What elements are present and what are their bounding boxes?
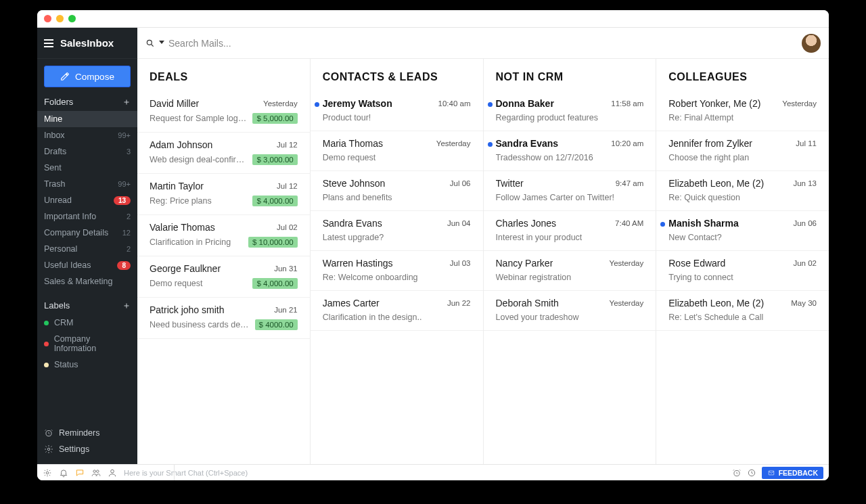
alarm-icon	[44, 428, 53, 438]
mail-list: Robert Yonker, Me (2)YesterdayRe: Final …	[656, 91, 829, 331]
mail-item[interactable]: Sandra EvansJun 04Latest upgrade?	[311, 211, 483, 251]
smart-chat-hint: Here is your Smart Chat (Ctrl+Space)	[124, 469, 248, 477]
mail-time: Jul 03	[450, 259, 471, 267]
mail-item[interactable]: James CarterJun 22Clarification in the d…	[311, 291, 483, 331]
mail-subject: Choose the right plan	[668, 153, 749, 162]
folder-drafts[interactable]: Drafts3	[37, 143, 137, 160]
mail-sender: Elizabeth Leon, Me (2)	[668, 298, 764, 308]
mail-item[interactable]: Manish SharmaJun 06New Contact?	[656, 211, 829, 251]
mail-item[interactable]: Adam JohnsonJul 12Web design deal-confir…	[137, 133, 310, 174]
mail-item[interactable]: Nancy ParkerYesterdayWebinar registratio…	[484, 251, 656, 291]
mail-item[interactable]: Donna Baker11:58 amRegarding product fea…	[484, 91, 656, 131]
mail-item[interactable]: Martin TaylorJul 12Reg: Price plans$ 4,0…	[137, 174, 310, 215]
mail-item[interactable]: Deborah SmithYesterdayLoved your tradesh…	[484, 291, 656, 331]
folder-sales-marketing[interactable]: Sales & Marketing	[37, 273, 137, 290]
svg-point-4	[93, 469, 96, 472]
mail-item[interactable]: Valarie ThomasJul 02Clarification in Pri…	[137, 215, 310, 256]
search-input[interactable]	[168, 38, 795, 49]
mail-time: Jul 02	[277, 223, 298, 231]
mail-item[interactable]: Rose EdwardJun 02Trying to connect	[656, 251, 829, 291]
feedback-button[interactable]: FEEDBACK	[762, 467, 823, 479]
mail-time: Jul 12	[277, 182, 298, 190]
label-status[interactable]: Status	[37, 357, 137, 373]
gear-icon[interactable]	[43, 468, 52, 478]
gear-icon	[44, 444, 53, 454]
folder-trash[interactable]: Trash99+	[37, 176, 137, 192]
column-not-in-crm: NOT IN CRMDonna Baker11:58 amRegarding p…	[484, 59, 657, 464]
hamburger-icon[interactable]	[44, 39, 53, 47]
mail-item[interactable]: Steve JohnsonJul 06Plans and benefits	[311, 171, 483, 211]
label-crm[interactable]: CRM	[37, 315, 137, 331]
deal-amount-badge: $ 5,000.00	[252, 113, 297, 124]
mail-subject: Re: Final Attempt	[668, 113, 733, 122]
label-company-information[interactable]: Company Information	[37, 331, 137, 357]
contacts-icon[interactable]	[91, 468, 101, 478]
mail-item[interactable]: Patrick joho smithJun 21Need business ca…	[137, 298, 310, 339]
statusbar: Here is your Smart Chat (Ctrl+Space) FEE…	[37, 464, 829, 480]
folder-inbox[interactable]: Inbox99+	[37, 127, 137, 143]
settings-link[interactable]: Settings	[44, 441, 131, 457]
clock-icon[interactable]	[747, 468, 756, 478]
svg-point-6	[111, 469, 114, 473]
folder-mine[interactable]: Mine	[37, 111, 137, 127]
mail-item[interactable]: Robert Yonker, Me (2)YesterdayRe: Final …	[656, 91, 829, 131]
label-color-dot	[44, 342, 49, 346]
mail-item[interactable]: Warren HastingsJul 03Re: Welcome onboard…	[311, 251, 483, 291]
mail-sender: Patrick joho smith	[150, 304, 224, 315]
mail-sender: Jennifer from Zylker	[668, 138, 752, 149]
window-zoom-icon[interactable]	[68, 15, 76, 22]
reminders-link[interactable]: Reminders	[44, 425, 131, 441]
folder-name: Inbox	[44, 131, 65, 140]
mail-sender: Warren Hastings	[323, 258, 393, 269]
kanban-columns: DEALSDavid MillerYesterdayRequest for Sa…	[137, 59, 829, 464]
mail-item[interactable]: Elizabeth Leon, Me (2)May 30Re: Let's Sc…	[656, 291, 829, 331]
add-folder-icon[interactable]	[122, 98, 131, 106]
mail-item[interactable]: Charles Jones7:40 AMInterest in your pro…	[484, 211, 656, 251]
mail-sender: Maria Thomas	[323, 138, 383, 149]
window-minimize-icon[interactable]	[56, 15, 64, 22]
mail-item[interactable]: Sandra Evans10:20 amTradesshow on 12/7/2…	[484, 131, 656, 171]
mac-titlebar	[37, 10, 829, 28]
mail-sender: Sandra Evans	[496, 138, 559, 149]
mail-time: 10:40 am	[438, 99, 471, 108]
chat-icon[interactable]	[75, 468, 85, 478]
labels-list: CRMCompany InformationStatus	[37, 315, 137, 373]
mail-item[interactable]: George FaulknerJun 31Demo request$ 4,000…	[137, 256, 310, 298]
mail-sender: Charles Jones	[496, 218, 557, 229]
folder-useful-ideas[interactable]: Useful Ideas8	[37, 257, 137, 273]
compose-button[interactable]: Compose	[44, 66, 131, 87]
mail-item[interactable]: Jennifer from ZylkerJul 11Choose the rig…	[656, 131, 829, 171]
folder-important-info[interactable]: Important Info2	[37, 208, 137, 225]
column-deals: DEALSDavid MillerYesterdayRequest for Sa…	[137, 59, 311, 464]
mail-item[interactable]: Maria ThomasYesterdayDemo request	[311, 131, 483, 171]
alarm-icon[interactable]	[732, 468, 742, 478]
bell-icon[interactable]	[59, 468, 68, 478]
folder-sent[interactable]: Sent	[37, 160, 137, 176]
app-window: SalesInbox Compose Folders MineInbox99+D…	[37, 10, 829, 480]
mail-subject: Follow James Carter on Twitter!	[496, 193, 615, 202]
mail-item[interactable]: Jeremy Watson10:40 amProduct tour!	[311, 91, 483, 131]
avatar[interactable]	[802, 34, 821, 53]
window-close-icon[interactable]	[44, 15, 51, 22]
mail-item[interactable]: Twitter9:47 amFollow James Carter on Twi…	[484, 171, 656, 211]
folders-header[interactable]: Folders	[37, 93, 137, 111]
search[interactable]	[145, 38, 795, 49]
search-scope-caret-icon[interactable]	[159, 41, 164, 46]
add-label-icon[interactable]	[122, 302, 131, 310]
unread-badge: 13	[114, 196, 131, 205]
folder-personal[interactable]: Personal2	[37, 241, 137, 257]
person-icon[interactable]	[108, 468, 117, 478]
mail-item[interactable]: Elizabeth Leon, Me (2)Jun 13Re: Quick qu…	[656, 171, 829, 211]
compose-label: Compose	[75, 72, 114, 82]
folder-count: 99+	[118, 131, 131, 139]
mail-subject: Trying to connect	[668, 273, 733, 282]
mail-subject: New Contact?	[668, 233, 722, 242]
mail-subject: Product tour!	[323, 113, 371, 122]
unread-dot-icon	[315, 102, 319, 107]
labels-header[interactable]: Labels	[37, 296, 137, 315]
label-name: CRM	[54, 318, 73, 327]
folder-name: Company Details	[44, 228, 108, 237]
mail-item[interactable]: David MillerYesterdayRequest for Sample …	[137, 91, 310, 133]
folder-company-details[interactable]: Company Details12	[37, 225, 137, 241]
folder-unread[interactable]: Unread13	[37, 192, 137, 208]
